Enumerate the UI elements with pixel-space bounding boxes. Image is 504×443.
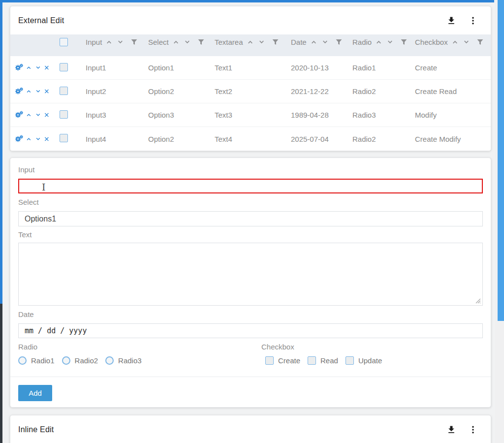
radio-button[interactable] (62, 356, 70, 365)
move-down-icon[interactable] (34, 87, 42, 96)
checkbox-option[interactable]: Create (265, 356, 300, 365)
window-left-accent-bar (0, 0, 2, 304)
sort-desc-icon[interactable] (386, 38, 394, 46)
sort-asc-icon[interactable] (246, 38, 254, 46)
delete-x-icon[interactable] (44, 64, 50, 71)
cell-select: Option1 (148, 63, 215, 72)
column-header-select: Select (148, 38, 215, 46)
row-checkbox[interactable] (60, 87, 68, 95)
cell-radio: Radio2 (352, 87, 415, 95)
checkbox[interactable] (308, 356, 316, 365)
move-down-icon[interactable] (34, 134, 42, 144)
cell-select: Option2 (148, 135, 215, 143)
delete-x-icon[interactable] (44, 88, 50, 95)
sort-desc-icon[interactable] (321, 38, 329, 46)
move-down-icon[interactable] (34, 110, 42, 120)
filter-icon[interactable] (335, 38, 343, 46)
column-label: Textarea (215, 38, 243, 46)
sort-desc-icon[interactable] (257, 38, 266, 46)
cell-date: 2020-10-13 (291, 63, 352, 72)
filter-icon[interactable] (197, 38, 205, 46)
select-field[interactable]: Options1 (18, 211, 483, 226)
filter-icon[interactable] (400, 38, 408, 46)
column-header-date: Date (291, 38, 352, 46)
sort-desc-icon[interactable] (462, 38, 471, 46)
radio-button[interactable] (18, 356, 27, 365)
radio-option[interactable]: Radio3 (105, 356, 142, 365)
table-row: Input2 Option2 Text2 2021-12-22 Radio2 C… (10, 80, 491, 103)
cell-date: 2025-07-04 (291, 135, 352, 143)
date-field[interactable]: mm / dd / yyyy (18, 323, 483, 338)
column-header-checkbox: Checkbox (415, 38, 491, 46)
inline-edit-card: Inline Edit (10, 415, 491, 443)
cell-checkbox: Modify (415, 111, 491, 119)
download-icon[interactable] (446, 16, 456, 26)
move-up-icon[interactable] (25, 63, 32, 72)
radio-button[interactable] (105, 356, 114, 365)
card-title: Inline Edit (18, 425, 54, 434)
radio-option[interactable]: Radio1 (18, 356, 55, 365)
sort-asc-icon[interactable] (451, 38, 459, 46)
move-down-icon[interactable] (34, 63, 42, 72)
date-label: Date (18, 310, 34, 318)
checkbox-group-label: Checkbox (261, 343, 294, 351)
settings-cogs-icon[interactable] (15, 86, 23, 96)
row-checkbox[interactable] (60, 110, 68, 119)
filter-icon[interactable] (272, 38, 279, 46)
external-edit-card: External Edit Input Select Tex (10, 6, 491, 151)
delete-x-icon[interactable] (44, 111, 50, 119)
sort-asc-icon[interactable] (105, 38, 113, 46)
filter-icon[interactable] (130, 38, 138, 46)
checkbox-option[interactable]: Read (308, 356, 338, 365)
cell-checkbox: Create Read (415, 87, 491, 95)
sort-desc-icon[interactable] (183, 38, 191, 46)
resize-handle-icon[interactable] (475, 298, 481, 304)
checkbox[interactable] (265, 356, 274, 365)
cell-textarea: Text2 (215, 87, 291, 95)
download-icon[interactable] (446, 425, 456, 435)
add-record-form-card: Input I Select Options1 Text Date mm / d… (10, 158, 491, 408)
filter-icon[interactable] (476, 38, 484, 46)
move-up-icon[interactable] (25, 134, 32, 144)
radio-option-label: Radio1 (31, 356, 55, 365)
checkbox-option[interactable]: Update (346, 356, 382, 365)
sort-asc-icon[interactable] (172, 38, 180, 46)
input-field[interactable]: I (18, 179, 483, 193)
cell-select: Option2 (148, 87, 215, 95)
sort-asc-icon[interactable] (375, 38, 383, 46)
footer-divider (10, 377, 491, 377)
sort-desc-icon[interactable] (116, 38, 125, 46)
add-button[interactable]: Add (18, 385, 52, 401)
vertical-scrollbar-track[interactable] (495, 0, 504, 443)
radio-option[interactable]: Radio2 (62, 356, 98, 365)
sort-asc-icon[interactable] (310, 38, 318, 46)
move-up-icon[interactable] (25, 87, 32, 96)
select-all-checkbox[interactable] (60, 38, 68, 46)
cell-radio: Radio1 (352, 63, 415, 72)
table-row: Input4 Option2 Text4 2025-07-04 Radio2 C… (10, 127, 491, 151)
row-checkbox[interactable] (60, 134, 68, 142)
column-label: Select (148, 38, 169, 46)
input-label: Input (18, 165, 34, 174)
settings-cogs-icon[interactable] (15, 110, 23, 120)
column-label: Radio (352, 38, 372, 46)
cell-checkbox: Create Modify (415, 135, 491, 143)
kebab-menu-icon[interactable] (468, 425, 478, 435)
text-label: Text (18, 230, 32, 239)
cell-textarea: Text4 (215, 135, 291, 143)
checkbox-group: Create Read Update (265, 356, 389, 365)
table-header-row: Input Select Textarea Date Radio (10, 34, 491, 56)
checkbox[interactable] (346, 356, 354, 365)
cell-radio: Radio3 (352, 111, 415, 119)
move-up-icon[interactable] (25, 110, 32, 120)
text-textarea[interactable] (18, 243, 483, 306)
settings-cogs-icon[interactable] (15, 63, 23, 73)
delete-x-icon[interactable] (44, 135, 50, 143)
radio-group-label: Radio (18, 343, 37, 351)
window-left-dark-bar (0, 304, 2, 443)
vertical-scrollbar-thumb[interactable] (498, 0, 504, 321)
settings-cogs-icon[interactable] (15, 134, 23, 144)
kebab-menu-icon[interactable] (468, 16, 478, 26)
row-checkbox[interactable] (60, 63, 68, 71)
card-title: External Edit (18, 16, 64, 25)
